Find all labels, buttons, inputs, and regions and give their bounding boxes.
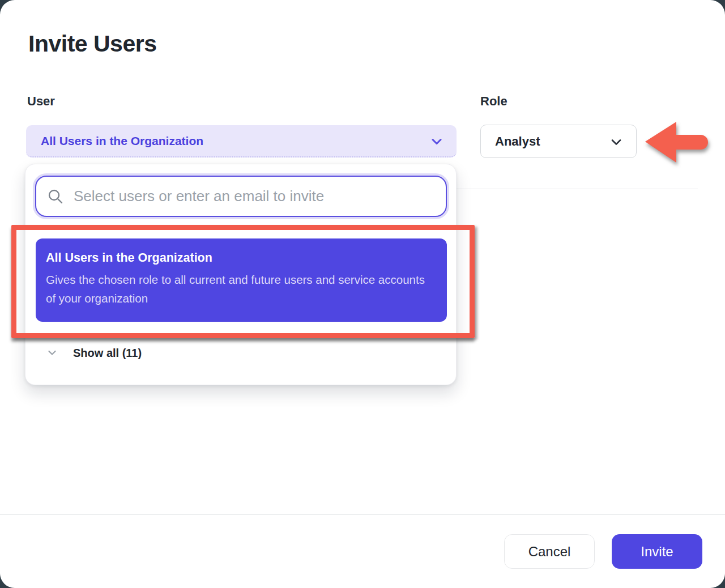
option-title: All Users in the Organization (46, 251, 430, 265)
role-field-label: Role (480, 94, 508, 109)
search-input[interactable] (72, 187, 426, 206)
user-search-box[interactable] (35, 176, 447, 217)
page-title: Invite Users (28, 31, 156, 57)
user-dropdown-panel: All Users in the Organization Gives the … (25, 164, 457, 385)
cancel-button[interactable]: Cancel (504, 534, 595, 569)
user-select-value: All Users in the Organization (41, 134, 203, 148)
footer-divider (0, 514, 725, 515)
show-all-label: Show all (11) (73, 347, 142, 360)
user-field-label: User (27, 94, 55, 109)
option-description: Gives the chosen role to all current and… (46, 270, 427, 308)
show-all-toggle[interactable]: Show all (11) (25, 339, 456, 367)
chevron-down-icon (47, 348, 57, 358)
invite-users-modal: Invite Users User Role All Users in the … (0, 0, 725, 588)
dropdown-option-all-users[interactable]: All Users in the Organization Gives the … (36, 238, 447, 322)
role-select-trigger[interactable]: Analyst (480, 125, 637, 158)
invite-button[interactable]: Invite (612, 534, 702, 569)
search-icon (47, 188, 64, 205)
annotation-arrow-left-icon (642, 117, 714, 173)
role-select-value: Analyst (495, 134, 540, 149)
user-select-trigger[interactable]: All Users in the Organization (26, 125, 457, 157)
chevron-down-icon (430, 135, 443, 150)
chevron-down-icon (610, 136, 622, 151)
